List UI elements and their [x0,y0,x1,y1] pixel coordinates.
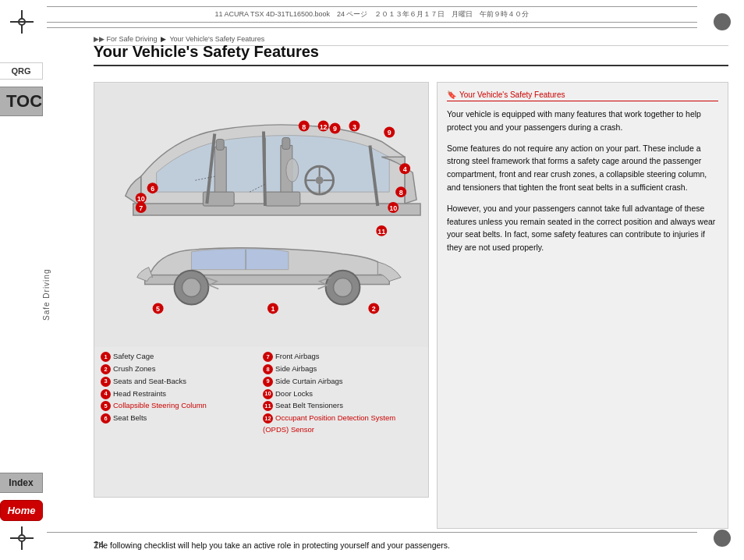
svg-rect-11 [282,137,290,149]
svg-rect-12 [216,139,224,150]
right-panel: 🔖 Your Vehicle's Safety Features Your ve… [437,82,728,529]
legend: 1Safety Cage7Front Airbags2Crush Zones8S… [94,348,428,440]
corner-decoration-tl [6,6,37,37]
svg-point-44 [334,278,353,297]
legend-item: 2Crush Zones [101,363,261,376]
breadcrumb-part1: For Safe Driving [107,35,158,43]
bottom-line [47,532,697,533]
svg-text:6: 6 [151,185,154,193]
home-button[interactable]: Home [0,500,43,521]
svg-text:9: 9 [388,129,391,136]
svg-text:9: 9 [333,126,337,133]
legend-item: 7Front Airbags [261,351,422,363]
page-number: 24 [94,540,104,551]
legend-item: 12Occupant Position Detection System (OP… [261,413,422,437]
svg-line-14 [264,132,265,207]
svg-text:8: 8 [399,189,403,197]
legend-item: 6Seat Belts [101,413,261,437]
legend-item: 4Head Restraints [101,388,261,401]
legend-item: 9Side Curtain Airbags [261,376,422,388]
toc-button[interactable]: TOC [0,87,43,116]
svg-text:10: 10 [137,195,145,203]
corner-decoration-tr [707,6,738,37]
svg-point-46 [182,278,200,297]
legend-item: 5Collapsible Steering Column [101,400,261,413]
car-diagram: 9 8 12 3 9 4 [94,83,428,348]
breadcrumb-arrow: ▶▶ [94,35,105,43]
right-panel-para3: However, you and your passengers cannot … [447,202,718,254]
svg-text:11: 11 [377,228,385,236]
right-panel-para1: Your vehicle is equipped with many featu… [447,108,718,134]
legend-item: 11Seat Belt Tensioners [261,400,422,413]
main-content: 9 8 12 3 9 4 [94,82,728,529]
legend-item: 3Seats and Seat-Backs [101,376,261,388]
svg-point-6 [316,176,324,184]
svg-text:12: 12 [320,123,328,131]
svg-text:7: 7 [139,204,143,212]
section-label: Safe Driving [0,116,92,473]
top-bar: 11 ACURA TSX 4D-31TL16500.book 24 ページ ２０… [47,6,697,23]
breadcrumb-part2: Your Vehicle's Safety Features [169,35,264,43]
qrg-button[interactable]: QRG [0,62,43,80]
top-line [47,27,697,28]
page-title: Your Vehicle's Safety Features [94,43,728,66]
footer-para: The following checklist will help you ta… [94,540,728,552]
svg-text:4: 4 [403,165,407,173]
breadcrumb-sep: ▶ [161,35,166,43]
page-title-area: Your Vehicle's Safety Features [94,43,728,73]
sidebar: QRG TOC Safe Driving Index Home [0,43,92,529]
bookmark-icon: 🔖 [447,90,456,99]
legend-item: 8Side Airbags [261,363,422,376]
legend-item: 1Safety Cage [101,351,261,363]
legend-item: 10Door Locks [261,388,422,401]
svg-text:10: 10 [389,204,397,212]
svg-text:5: 5 [156,305,160,313]
diagram-panel: 9 8 12 3 9 4 [94,82,429,498]
footer-text: The following checklist will help you ta… [94,540,728,552]
svg-text:3: 3 [353,123,356,131]
right-panel-title: 🔖 Your Vehicle's Safety Features [447,90,718,101]
right-panel-para2: Some features do not require any action … [447,142,718,194]
svg-text:2: 2 [372,305,376,313]
svg-rect-3 [265,192,300,206]
svg-point-16 [286,158,299,182]
svg-text:1: 1 [271,305,275,313]
svg-text:8: 8 [302,123,306,131]
index-button[interactable]: Index [0,473,43,493]
